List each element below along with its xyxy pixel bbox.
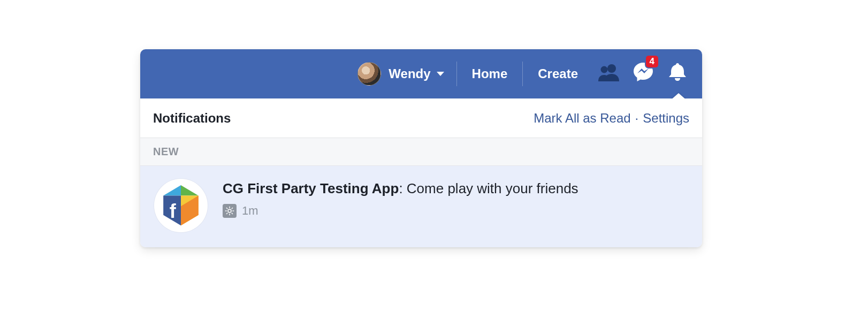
- friends-icon: [598, 63, 620, 85]
- notification-time: 1m: [242, 204, 258, 218]
- notification-app-name: CG First Party Testing App: [223, 180, 399, 196]
- notification-dropdown-panel: Wendy Home Create: [140, 49, 702, 247]
- nav-create-label: Create: [538, 66, 578, 81]
- mark-all-read-link[interactable]: Mark All as Read: [534, 111, 630, 126]
- notification-settings-link[interactable]: Settings: [643, 111, 689, 126]
- profile-nav-item[interactable]: Wendy: [347, 62, 455, 86]
- svg-text:f: f: [170, 200, 177, 222]
- notifications-button[interactable]: [660, 49, 695, 98]
- svg-point-1: [601, 66, 608, 73]
- nav-separator: [522, 62, 523, 86]
- nav-home[interactable]: Home: [458, 66, 522, 81]
- svg-point-9: [228, 209, 231, 212]
- svg-line-17: [232, 208, 233, 209]
- svg-marker-3: [181, 185, 199, 196]
- app-cube-icon: f: [159, 183, 203, 229]
- messenger-button[interactable]: 4: [626, 49, 660, 98]
- section-new-label: NEW: [140, 138, 702, 166]
- top-navbar: Wendy Home Create: [140, 49, 702, 98]
- user-name-label: Wendy: [389, 66, 430, 81]
- notification-body: CG First Party Testing App: Come play wi…: [223, 179, 688, 232]
- svg-line-15: [232, 212, 233, 214]
- bell-icon: [666, 61, 689, 87]
- svg-point-0: [607, 64, 616, 73]
- notification-item[interactable]: f CG First Party Testing App: Come play …: [140, 166, 702, 247]
- nav-home-label: Home: [472, 66, 508, 81]
- separator-dot: ·: [631, 111, 643, 126]
- svg-marker-4: [163, 185, 181, 196]
- caret-down-icon: [436, 71, 445, 77]
- dropdown-title: Notifications: [153, 111, 231, 126]
- messenger-badge: 4: [646, 56, 658, 67]
- dropdown-arrow-icon: [670, 93, 687, 101]
- svg-line-14: [226, 208, 227, 209]
- nav-separator: [456, 62, 457, 86]
- nav-create[interactable]: Create: [524, 66, 592, 81]
- friend-requests-button[interactable]: [592, 49, 626, 98]
- notification-app-avatar: f: [154, 179, 208, 232]
- avatar: [357, 62, 381, 86]
- svg-line-16: [226, 212, 227, 214]
- notification-message: : Come play with your friends: [399, 180, 578, 196]
- notification-text: CG First Party Testing App: Come play wi…: [223, 180, 688, 198]
- dropdown-header: Notifications Mark All as Read · Setting…: [140, 98, 702, 138]
- notification-meta: 1m: [223, 204, 688, 218]
- notification-type-icon: [223, 204, 237, 218]
